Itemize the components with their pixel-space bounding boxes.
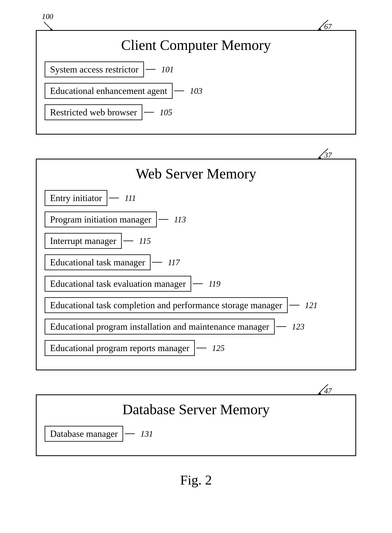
webserver-ref-label: 37 — [324, 151, 332, 160]
client-ref-container: 67 — [316, 19, 336, 31]
client-ref-label: 67 — [324, 22, 332, 31]
bracket-line-1 — [174, 90, 184, 91]
component-ref-5: 121 — [305, 301, 317, 310]
figure-label: Fig. 2 — [180, 472, 212, 488]
component-box-4: Educational task evaluation manager — [45, 276, 191, 292]
component-ref-4: 119 — [208, 279, 220, 289]
database-memory-box: Database Server Memory Database manager1… — [36, 394, 356, 456]
component-ref-2: 105 — [159, 108, 172, 117]
bracket-line-6 — [276, 326, 286, 327]
bracket-line-0 — [109, 198, 119, 198]
component-row-2: Restricted web browser105 — [45, 104, 347, 120]
database-box-title: Database Server Memory — [45, 401, 347, 418]
component-row-1: Program initiation manager113 — [45, 212, 347, 227]
component-box-5: Educational task completion and performa… — [45, 297, 288, 313]
component-ref-0: 101 — [161, 65, 174, 74]
bracket-line-5 — [289, 305, 299, 306]
component-row-7: Educational program reports manager125 — [45, 340, 347, 356]
component-row-0: Database manager131 — [45, 426, 347, 442]
bracket-line-7 — [196, 348, 206, 348]
component-row-4: Educational task evaluation manager119 — [45, 276, 347, 292]
bracket-line-1 — [158, 219, 168, 220]
component-box-2: Interrupt manager — [45, 233, 122, 249]
component-ref-1: 113 — [174, 215, 186, 224]
component-row-5: Educational task completion and performa… — [45, 297, 347, 313]
database-ref-container: 47 — [316, 383, 336, 395]
component-box-3: Educational task manager — [45, 254, 150, 270]
webserver-memory-box: Web Server Memory Entry initiator111Prog… — [36, 159, 356, 370]
database-ref-label: 47 — [324, 386, 332, 395]
component-box-2: Restricted web browser — [45, 104, 142, 120]
client-components-container: System access restrictor101Educational e… — [45, 61, 347, 120]
component-box-7: Educational program reports manager — [45, 340, 195, 356]
webserver-ref-container: 37 — [316, 148, 336, 160]
webserver-components-container: Entry initiator111Program initiation man… — [45, 190, 347, 356]
database-components-container: Database manager131 — [45, 426, 347, 442]
client-box-title: Client Computer Memory — [45, 37, 347, 53]
component-row-3: Educational task manager117 — [45, 254, 347, 270]
component-ref-2: 115 — [139, 236, 151, 246]
component-ref-1: 103 — [190, 86, 202, 96]
bracket-line-0 — [125, 434, 135, 434]
component-ref-7: 125 — [212, 343, 225, 353]
component-box-0: Entry initiator — [45, 190, 107, 206]
webserver-box-title: Web Server Memory — [45, 165, 347, 182]
component-row-0: Entry initiator111 — [45, 190, 347, 206]
bracket-line-4 — [193, 283, 203, 284]
component-box-6: Educational program installation and mai… — [45, 319, 275, 335]
component-box-1: Educational enhancement agent — [45, 83, 173, 99]
component-box-0: System access restrictor — [45, 61, 144, 77]
top-ref-label: 100 — [42, 12, 53, 21]
client-memory-box: Client Computer Memory System access res… — [36, 30, 356, 135]
component-ref-0: 131 — [140, 429, 153, 439]
bracket-line-0 — [145, 69, 156, 70]
bracket-line-3 — [152, 262, 162, 263]
bracket-line-2 — [144, 112, 154, 113]
component-row-0: System access restrictor101 — [45, 61, 347, 77]
component-row-2: Interrupt manager115 — [45, 233, 347, 249]
component-box-0: Database manager — [45, 426, 123, 442]
component-row-6: Educational program installation and mai… — [45, 319, 347, 335]
component-ref-6: 123 — [292, 322, 304, 331]
bracket-line-2 — [123, 241, 133, 241]
component-box-1: Program initiation manager — [45, 212, 157, 227]
component-row-1: Educational enhancement agent103 — [45, 83, 347, 99]
component-ref-0: 111 — [125, 193, 136, 203]
component-ref-3: 117 — [168, 258, 180, 267]
